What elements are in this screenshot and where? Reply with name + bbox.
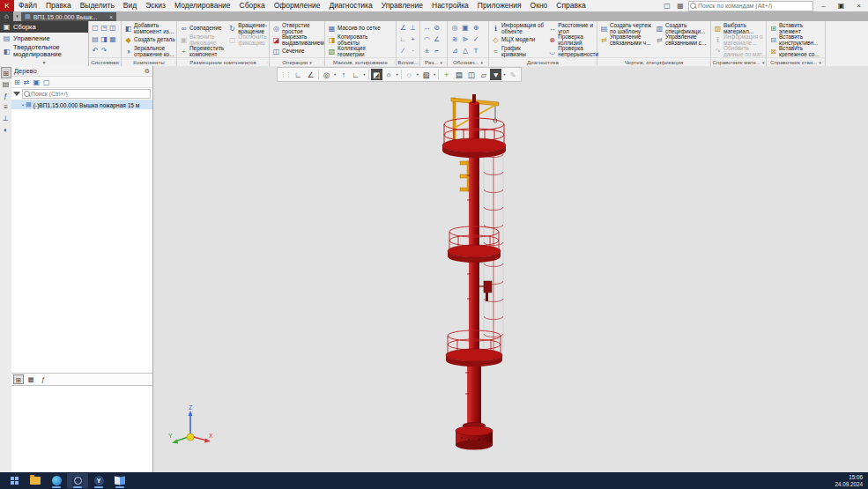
print-icon[interactable]: ▤ — [91, 34, 100, 46]
tree-item-root-assembly[interactable]: • ▤ (-)ВП1.15.00.000 Вышка пожарная 15 м — [11, 100, 152, 109]
notation-text-icon[interactable]: T — [471, 46, 481, 57]
dim-tolerance-icon[interactable]: ± — [422, 46, 432, 57]
section-button[interactable]: ◫ Сечение — [271, 46, 325, 57]
properties-icon[interactable]: ▦ — [108, 34, 117, 46]
aux-line-icon[interactable]: ∕ — [398, 46, 408, 57]
manage-linked-specs-button[interactable]: ⇄ Управлениесвязанными с... — [655, 34, 707, 46]
notation-position-icon[interactable]: ⊕ — [471, 23, 481, 34]
menu-edit[interactable]: Правка — [41, 0, 76, 11]
variables-panel-icon[interactable]: ƒ — [1, 90, 11, 101]
specification-panel-icon[interactable]: ▤ — [1, 78, 11, 90]
notation-slope-icon[interactable]: ⊿ — [449, 46, 460, 57]
curvature-graph-button[interactable]: ≈ Графиккривизны — [491, 46, 545, 57]
show-origin-icon[interactable]: ∟ — [293, 69, 304, 80]
aux-plane-icon[interactable]: ∠ — [398, 23, 408, 34]
clipboard-icon[interactable]: ▤ — [453, 69, 464, 80]
zones-panel-icon[interactable]: ◐ — [1, 124, 11, 136]
continuity-check-button[interactable]: ◡ Проверканепрерывности — [547, 46, 599, 57]
aux-cs-icon[interactable]: ∟ — [398, 34, 408, 46]
menu-modeling[interactable]: Моделирование — [170, 0, 235, 11]
mode-tab-solid-modeling[interactable]: ◧ Твердотельноемоделирование — [0, 43, 88, 59]
group-label-notations[interactable]: Обознач...▾ — [448, 57, 488, 66]
cut-extrude-button[interactable]: ◪ Вырезатьвыдавливанием — [271, 34, 325, 46]
notation-base-icon[interactable]: ▣ — [460, 23, 471, 34]
menu-applications[interactable]: Приложения — [473, 0, 526, 11]
tree-grouping-icon[interactable]: ▣ — [33, 78, 40, 86]
menu-settings[interactable]: Настройка — [427, 0, 473, 11]
hide-objects-icon[interactable]: ◌ — [404, 69, 415, 80]
menu-layout[interactable]: Оформление — [270, 0, 325, 11]
layers-panel-icon[interactable]: ≡ — [1, 101, 11, 113]
preview-icon[interactable]: ◨ — [100, 34, 108, 46]
mode-tab-management[interactable]: ▤ Управление — [0, 33, 88, 44]
dim-diameter-icon[interactable]: ⊘ — [432, 23, 441, 34]
edge-browser-icon[interactable] — [46, 473, 67, 488]
dim-radial-icon[interactable]: ◠ — [422, 34, 432, 46]
layout-toggle-icon[interactable]: ▢ — [662, 2, 672, 11]
bottom-tab-variables-icon[interactable]: ƒ — [38, 374, 48, 384]
document-tab[interactable]: ▤ ВП1.15.00.000 Вышк... × — [21, 11, 116, 21]
manage-linked-drawings-button[interactable]: ⇄ Управлениесвязанными ч... — [599, 34, 652, 46]
save-icon[interactable]: ◫ — [108, 23, 117, 34]
tree-filter-icon[interactable] — [13, 92, 20, 96]
geometry-collection-button[interactable]: ▧ Коллекциягеометрии — [327, 46, 382, 57]
toolbar-drag-handle[interactable]: ⋮⋮ — [279, 71, 292, 78]
dim-leader-icon[interactable]: ⌐ — [432, 46, 441, 57]
orientation-icon[interactable]: ↑ — [338, 69, 349, 80]
notation-roughness-icon[interactable]: ≋ — [449, 34, 460, 46]
menu-sketch[interactable]: Эскиз — [141, 0, 170, 11]
insert-fastener-button[interactable]: ⊠ Вставитькрепежное со... — [768, 46, 820, 57]
display-shaded-icon[interactable]: ◩ — [371, 69, 382, 80]
group-label-standard-ref[interactable]: Справочник стан...▾ — [767, 57, 825, 66]
new-document-icon[interactable]: ▢ — [91, 23, 100, 34]
undo-icon[interactable]: ↶ — [91, 46, 100, 57]
clip-box-icon[interactable]: ▧ — [420, 69, 432, 80]
free-move-icon[interactable]: + — [441, 69, 452, 80]
menu-assembly[interactable]: Сборка — [235, 0, 270, 11]
yellow-brackets[interactable] — [460, 161, 469, 191]
modes-collapse-icon[interactable]: ▾ — [0, 59, 88, 66]
tree-structure-icon[interactable]: ⊞ — [14, 78, 20, 86]
home-button[interactable]: ⌂ — [0, 11, 13, 21]
object-info-button[interactable]: ℹ Информация обобъекте — [491, 23, 545, 34]
tree-area-select-icon[interactable]: ▢ — [43, 78, 50, 86]
tree-settings-gear-icon[interactable]: ⚙ — [145, 68, 150, 75]
close-button[interactable]: × — [851, 1, 866, 11]
restore-button[interactable]: ▣ — [834, 1, 849, 11]
mode-tab-assembly[interactable]: ▣ Сборка — [0, 21, 88, 33]
kompas-app-icon[interactable] — [67, 473, 88, 488]
dim-linear-icon[interactable]: ↔ — [422, 23, 432, 34]
tree-search-input[interactable] — [22, 89, 151, 99]
help-book-icon[interactable] — [109, 473, 130, 488]
group-label-operations[interactable]: Операции▾ — [270, 57, 324, 66]
open-document-icon[interactable]: ◳ — [100, 23, 108, 34]
notation-cone-icon[interactable]: △ — [460, 46, 471, 57]
base-drum[interactable] — [456, 423, 493, 450]
tab-close-icon[interactable]: × — [109, 14, 113, 20]
redo-icon[interactable]: ↷ — [100, 46, 108, 57]
assembly-3d-model[interactable] — [428, 91, 525, 454]
model-viewport[interactable]: ⋮⋮ ∟ ∠ ◎ ▾ ↑ ∟ ▾ ◩ ○ ▾ ◌ ▾ ▧ ▾ + ▤ ◫ ▱ ▼… — [153, 66, 868, 472]
home-caret-icon[interactable]: ▾ — [13, 11, 21, 21]
taskbar-clock[interactable]: 15:06 24.09.2024 — [835, 474, 868, 487]
notation-branch-icon[interactable]: ⊳ — [460, 34, 471, 46]
aux-axis-icon[interactable]: ⊥ — [408, 23, 418, 34]
menu-diagnostics[interactable]: Диагностика — [324, 0, 376, 11]
stamp-icon[interactable]: ▱ — [478, 69, 489, 80]
triad-orientation-icon[interactable]: ∟ — [350, 69, 361, 80]
side-fixture[interactable] — [479, 281, 492, 301]
move-component-button[interactable]: + Переместитькомпонент — [179, 46, 225, 57]
local-cs-icon[interactable]: ∠ — [305, 69, 316, 80]
menu-view[interactable]: Вид — [119, 0, 141, 11]
dim-angle-icon[interactable]: ∠ — [432, 34, 441, 46]
menu-management[interactable]: Управление — [377, 0, 427, 11]
minimize-button[interactable]: – — [816, 1, 831, 11]
filter-icon[interactable]: ▼ — [490, 69, 501, 80]
menu-file[interactable]: Файл — [14, 0, 41, 11]
command-search-input[interactable] — [688, 1, 813, 11]
notation-datum-icon[interactable]: ◎ — [449, 23, 460, 34]
yandex-browser-icon[interactable]: Y — [88, 473, 109, 488]
bottom-tab-tree-icon[interactable]: ⊞ — [13, 374, 24, 384]
add-component-button[interactable]: ◧ Добавитькомпонент из... — [123, 23, 176, 34]
group-label-dimensions[interactable]: Раз...▾ — [420, 57, 447, 66]
